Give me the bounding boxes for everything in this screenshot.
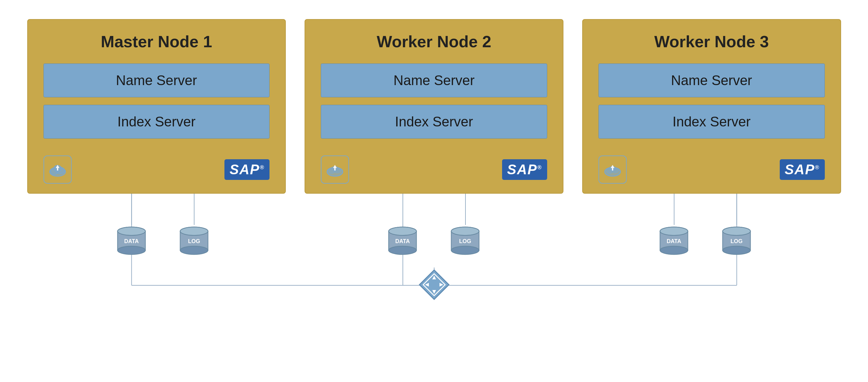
cylinder-data-2: DATA	[384, 225, 421, 256]
svg-text:LOG: LOG	[731, 238, 743, 244]
worker-node-3: Worker Node 3 Name Server Index Server S…	[582, 19, 841, 194]
index-server-3: Index Server	[598, 105, 825, 138]
svg-point-60	[723, 227, 751, 235]
node-footer-3: SAP®	[598, 156, 825, 184]
worker-node-2: Worker Node 2 Name Server Index Server S…	[305, 19, 563, 194]
storage-row: DATA LOG	[27, 225, 841, 256]
sap-logo-3: SAP®	[780, 159, 825, 180]
diamond-svg	[417, 267, 452, 302]
storage-group-1: DATA LOG	[113, 225, 213, 256]
cylinder-log-1: LOG	[175, 225, 213, 256]
cloud-svg-3	[603, 160, 622, 179]
name-server-2: Name Server	[321, 64, 547, 97]
worker-node-2-title: Worker Node 2	[377, 32, 491, 51]
index-server-2: Index Server	[321, 105, 547, 138]
svg-point-40	[180, 227, 208, 235]
master-node-1: Master Node 1 Name Server Index Server	[27, 19, 286, 194]
svg-text:LOG: LOG	[459, 238, 471, 244]
diamond-connector	[417, 267, 452, 303]
svg-text:DATA: DATA	[667, 238, 681, 244]
svg-point-34	[117, 246, 145, 254]
cylinder-data-3: DATA	[655, 225, 693, 256]
svg-text:DATA: DATA	[124, 238, 139, 244]
storage-group-3: DATA LOG	[655, 225, 755, 256]
svg-point-44	[389, 246, 416, 254]
name-server-3: Name Server	[598, 64, 825, 97]
sap-logo-text-2: SAP®	[507, 162, 542, 178]
cylinder-data-1: DATA	[113, 225, 150, 256]
nodes-row: Master Node 1 Name Server Index Server	[27, 19, 841, 194]
cloud-svg-1	[48, 160, 67, 179]
svg-point-35	[117, 227, 145, 235]
cylinder-log-2: LOG	[446, 225, 484, 256]
storage-group-2: DATA LOG	[384, 225, 484, 256]
cylinder-log-3: LOG	[718, 225, 755, 256]
diagram-container: Master Node 1 Name Server Index Server	[27, 19, 841, 363]
cloud-icon-3	[598, 156, 627, 184]
cloud-svg-2	[326, 160, 344, 179]
svg-text:DATA: DATA	[395, 238, 410, 244]
svg-point-50	[452, 227, 479, 235]
sap-logo-2: SAP®	[502, 159, 547, 180]
svg-point-45	[389, 227, 416, 235]
svg-point-55	[660, 227, 688, 235]
master-node-1-title: Master Node 1	[101, 32, 212, 51]
node-footer-1: SAP®	[43, 156, 270, 184]
node-footer-2: SAP®	[321, 156, 547, 184]
svg-point-39	[180, 246, 208, 254]
cloud-icon-1	[43, 156, 72, 184]
sap-logo-1: SAP®	[224, 159, 270, 180]
cloud-icon-2	[321, 156, 349, 184]
name-server-1: Name Server	[43, 64, 270, 97]
sap-logo-text-1: SAP®	[229, 162, 265, 178]
sap-logo-text-3: SAP®	[785, 162, 820, 178]
worker-node-3-title: Worker Node 3	[654, 32, 769, 51]
svg-point-59	[723, 246, 751, 254]
bottom-section: DATA LOG	[27, 194, 841, 313]
index-server-1: Index Server	[43, 105, 270, 138]
svg-point-54	[660, 246, 688, 254]
svg-point-49	[452, 246, 479, 254]
svg-text:LOG: LOG	[188, 238, 200, 244]
